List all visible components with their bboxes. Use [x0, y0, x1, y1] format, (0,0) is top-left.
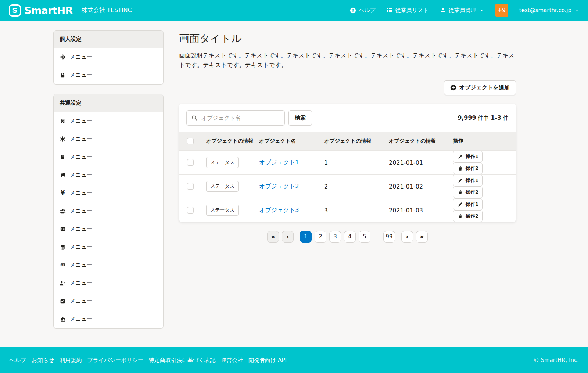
pagination-page-99[interactable]: 99	[383, 231, 395, 243]
pagination-page-1[interactable]: 1	[300, 231, 312, 243]
column-header: オブジェクトの情報	[206, 132, 259, 151]
sidebar-item-menu[interactable]: メニュー	[54, 130, 163, 148]
notification-badge[interactable]: +9	[495, 4, 508, 17]
users-icon	[60, 208, 66, 214]
header-nav: ? ヘルプ 従業員リスト 従業員管理 +9 test@smarthr.co.jp	[350, 4, 579, 17]
pagination-page-5[interactable]: 5	[359, 231, 370, 243]
sidebar-item-label: メニュー	[70, 136, 92, 143]
result-count-unit: 件	[503, 115, 509, 121]
sidebar-item-menu[interactable]: ¥ メニュー	[54, 184, 163, 202]
nav-help[interactable]: ? ヘルプ	[350, 7, 376, 14]
database-icon	[60, 244, 66, 250]
object-date-cell: 2021-01-01	[389, 151, 453, 175]
sidebar-item-menu[interactable]: メニュー	[54, 66, 163, 84]
sidebar-item-label: メニュー	[70, 154, 92, 161]
object-date-cell: 2021-01-03	[389, 198, 453, 222]
trash-icon	[457, 166, 463, 171]
column-header: 操作	[453, 132, 516, 151]
object-link[interactable]: オブジェクト1	[259, 159, 299, 166]
pencil-icon	[457, 178, 463, 183]
sidebar-item-menu[interactable]: メニュー	[54, 220, 163, 238]
row-action1-button[interactable]: 操作1	[453, 151, 483, 162]
sidebar-item-label: メニュー	[70, 298, 92, 305]
nav-employee-admin[interactable]: 従業員管理	[440, 7, 484, 14]
sidebar-item-menu[interactable]: メニュー	[54, 48, 163, 66]
sidebar-item-menu[interactable]: メニュー	[54, 202, 163, 220]
user-icon	[440, 7, 446, 13]
money-check-icon: $	[60, 262, 66, 268]
check-square-icon	[60, 298, 66, 304]
sidebar-item-label: メニュー	[70, 316, 92, 323]
sidebar: 個人設定 メニュー メニュー 共通設定 メニュー	[53, 21, 164, 347]
gear-icon	[60, 54, 66, 60]
lock-icon	[60, 72, 66, 78]
pagination-page-3[interactable]: 3	[329, 231, 341, 243]
footer-link-news[interactable]: お知らせ	[32, 357, 54, 364]
pagination-last-button[interactable]: »	[416, 231, 428, 243]
pagination-prev-button[interactable]: ‹	[282, 231, 294, 243]
result-count-total: 9,999	[458, 114, 476, 121]
sidebar-item-menu[interactable]: メニュー	[54, 166, 163, 184]
search-input[interactable]	[201, 114, 280, 122]
status-badge: ステータス	[206, 181, 239, 192]
sidebar-item-label: メニュー	[70, 226, 92, 233]
object-table: オブジェクトの情報 オブジェクト名 オブジェクトの情報 オブジェクトの情報 操作…	[179, 132, 516, 222]
account-email: test@smarthr.co.jp	[519, 7, 571, 14]
table-row: ステータス オブジェクト2 2 2021-01-02 操作1 操作2	[179, 175, 516, 198]
status-badge: ステータス	[206, 205, 239, 216]
sidebar-item-menu[interactable]: メニュー	[54, 112, 163, 130]
table-row: ステータス オブジェクト1 1 2021-01-01 操作1 操作2	[179, 151, 516, 175]
pagination-next-button[interactable]: ›	[401, 231, 413, 243]
sidebar-item-menu[interactable]: メニュー	[54, 292, 163, 310]
nav-employee-admin-label: 従業員管理	[449, 7, 476, 14]
column-header: オブジェクトの情報	[324, 132, 389, 151]
account-menu[interactable]: test@smarthr.co.jp	[519, 7, 579, 14]
row-action2-button[interactable]: 操作2	[453, 186, 483, 198]
row-action2-button[interactable]: 操作2	[453, 210, 483, 222]
row-action1-button[interactable]: 操作1	[453, 175, 483, 186]
row-action1-button[interactable]: 操作1	[453, 198, 483, 210]
row-checkbox[interactable]	[187, 159, 194, 166]
search-box	[186, 110, 285, 126]
pagination-page-2[interactable]: 2	[315, 231, 326, 243]
footer-link-help[interactable]: ヘルプ	[9, 357, 26, 364]
object-date-cell: 2021-01-02	[389, 175, 453, 198]
footer-link-commerce-law[interactable]: 特定商取引法に基づく表記	[149, 357, 215, 364]
list-icon	[387, 7, 393, 13]
main-content: 画面タイトル 画面説明テキストです。テキストです。テキストです。テキストです。テ…	[179, 21, 516, 347]
object-link[interactable]: オブジェクト3	[259, 207, 299, 214]
result-count-of-label: 件中	[478, 115, 489, 121]
sidebar-section-personal: 個人設定 メニュー メニュー	[53, 30, 164, 85]
sidebar-item-menu[interactable]: メニュー	[54, 274, 163, 292]
sidebar-item-menu[interactable]: $ メニュー	[54, 256, 163, 274]
sidebar-item-menu[interactable]: メニュー	[54, 148, 163, 166]
select-all-checkbox[interactable]	[187, 138, 194, 144]
object-link[interactable]: オブジェクト2	[259, 183, 299, 190]
chevron-down-icon	[480, 8, 484, 12]
sidebar-item-menu[interactable]: メニュー	[54, 310, 163, 328]
table-header-row: オブジェクトの情報 オブジェクト名 オブジェクトの情報 オブジェクトの情報 操作	[179, 132, 516, 151]
footer-link-privacy[interactable]: プライバシーポリシー	[87, 357, 143, 364]
column-header: オブジェクトの情報	[389, 132, 453, 151]
row-checkbox[interactable]	[187, 183, 194, 190]
sidebar-item-menu[interactable]: メニュー	[54, 238, 163, 256]
row-checkbox[interactable]	[187, 207, 194, 214]
trash-icon	[457, 190, 463, 195]
company-name: 株式会社 TESTINC	[82, 7, 132, 14]
smarthr-logo[interactable]: S SmartHR	[9, 4, 73, 17]
content-area: 個人設定 メニュー メニュー 共通設定 メニュー	[0, 21, 588, 347]
search-button[interactable]: 検索	[288, 110, 312, 126]
nav-employee-list[interactable]: 従業員リスト	[387, 7, 429, 14]
add-object-button[interactable]: オブジェクトを追加	[444, 80, 516, 95]
footer-link-company[interactable]: 運営会社	[221, 357, 243, 364]
footer-link-terms[interactable]: 利用規約	[60, 357, 82, 364]
row-action2-button[interactable]: 操作2	[453, 162, 483, 174]
chevron-down-icon	[575, 8, 579, 12]
pagination-ellipsis: …	[374, 233, 380, 240]
row-action2-label: 操作2	[466, 189, 478, 196]
sidebar-item-label: メニュー	[70, 118, 92, 125]
nav-employee-list-label: 従業員リスト	[395, 7, 429, 14]
pagination-first-button[interactable]: «	[267, 231, 279, 243]
footer-link-developer-api[interactable]: 開発者向け API	[248, 357, 287, 364]
pagination-page-4[interactable]: 4	[344, 231, 356, 243]
